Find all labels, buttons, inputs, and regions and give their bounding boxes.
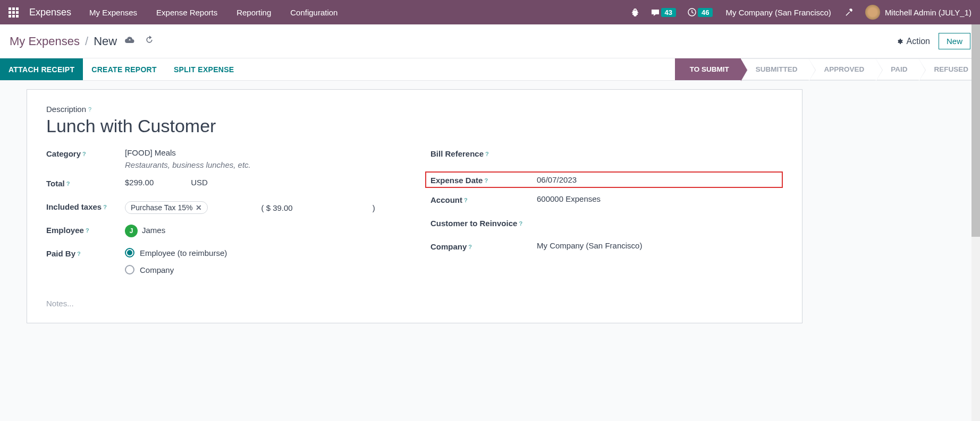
top-navbar: Expenses My Expenses Expense Reports Rep… [0, 0, 980, 24]
discard-icon[interactable] [142, 35, 156, 47]
help-icon[interactable]: ? [468, 244, 472, 250]
breadcrumb-parent[interactable]: My Expenses [10, 35, 80, 48]
create-report-button[interactable]: CREATE REPORT [83, 58, 165, 80]
control-panel: My Expenses / New Action New [0, 24, 980, 58]
messages-badge: 43 [661, 8, 676, 17]
status-approved[interactable]: APPROVED [809, 58, 876, 80]
expense-date-label: Expense Date? [430, 175, 537, 185]
app-name[interactable]: Expenses [25, 7, 79, 18]
new-button[interactable]: New [939, 33, 970, 49]
paid-by-company-radio[interactable]: Company [125, 265, 399, 274]
total-label: Total? [46, 178, 125, 188]
help-icon[interactable]: ? [464, 197, 468, 203]
button-toolbar: ATTACH RECEIPT CREATE REPORT SPLIT EXPEN… [0, 58, 980, 81]
expense-date-highlight: Expense Date? 06/07/2023 [425, 171, 783, 188]
paid-by-label: Paid By? [46, 248, 125, 258]
status-to-submit[interactable]: TO SUBMIT [675, 58, 741, 80]
company-selector[interactable]: My Company (San Francisco) [720, 8, 836, 17]
tax-amount: ( $ 39.00 [261, 203, 292, 212]
tax-tag[interactable]: Purchase Tax 15% ✕ [125, 201, 208, 214]
status-refused[interactable]: REFUSED [919, 58, 980, 80]
company-field[interactable]: My Company (San Francisco) [537, 241, 783, 250]
breadcrumb: My Expenses / New [10, 35, 156, 48]
employee-avatar: J [125, 225, 138, 237]
customer-reinvoice-label: Customer to Reinvoice? [430, 218, 537, 228]
remove-tag-icon[interactable]: ✕ [196, 203, 202, 212]
breadcrumb-current: New [94, 35, 117, 48]
company-label: Company? [430, 241, 537, 251]
bill-reference-label: Bill Reference? [430, 148, 537, 158]
total-amount-field[interactable]: $299.00 [125, 178, 154, 187]
status-submitted[interactable]: SUBMITTED [741, 58, 809, 80]
form-sheet: Description? Lunch with Customer Categor… [27, 89, 802, 323]
help-icon[interactable]: ? [103, 204, 107, 210]
gear-icon [895, 37, 903, 46]
activities-icon[interactable]: 46 [683, 5, 717, 20]
help-icon[interactable]: ? [82, 151, 86, 157]
menu-my-expenses[interactable]: My Expenses [81, 8, 146, 17]
help-icon[interactable]: ? [86, 227, 89, 234]
category-field[interactable]: [FOOD] Meals Restaurants, business lunch… [125, 148, 399, 169]
breadcrumb-separator: / [85, 35, 88, 48]
user-menu[interactable]: Mitchell Admin (JULY_1) [861, 2, 976, 23]
messages-icon[interactable]: 43 [647, 5, 680, 20]
notes-input[interactable]: Notes... [46, 299, 783, 308]
employee-label: Employee? [46, 225, 125, 235]
included-taxes-label: Included taxes? [46, 201, 125, 211]
help-icon[interactable]: ? [77, 251, 81, 257]
help-icon[interactable]: ? [484, 177, 488, 184]
user-name: Mitchell Admin (JULY_1) [882, 8, 971, 17]
attach-receipt-button[interactable]: ATTACH RECEIPT [0, 58, 83, 80]
account-label: Account? [430, 194, 537, 204]
paid-by-employee-radio[interactable]: Employee (to reimburse) [125, 248, 399, 257]
status-bar: TO SUBMIT SUBMITTED APPROVED PAID REFUSE… [675, 58, 980, 80]
debug-icon[interactable] [627, 5, 644, 20]
currency-field[interactable]: USD [191, 178, 208, 187]
split-expense-button[interactable]: SPLIT EXPENSE [165, 58, 243, 80]
avatar [865, 5, 880, 20]
tools-icon[interactable] [840, 4, 858, 20]
expense-date-field[interactable]: 06/07/2023 [537, 175, 778, 184]
scrollbar[interactable] [971, 24, 980, 332]
activities-badge: 46 [698, 8, 713, 17]
help-icon[interactable]: ? [88, 106, 91, 113]
help-icon[interactable]: ? [66, 181, 70, 187]
help-icon[interactable]: ? [485, 151, 489, 157]
apps-icon[interactable] [4, 3, 23, 22]
help-icon[interactable]: ? [519, 220, 522, 227]
menu-configuration[interactable]: Configuration [282, 8, 346, 17]
action-menu[interactable]: Action [895, 37, 930, 46]
radio-icon [125, 248, 134, 257]
category-hint: Restaurants, business lunches, etc. [125, 160, 399, 169]
menu-expense-reports[interactable]: Expense Reports [148, 8, 226, 17]
radio-icon [125, 265, 134, 274]
cloud-save-icon[interactable] [122, 36, 137, 47]
description-label: Description? [46, 105, 783, 114]
menu-reporting[interactable]: Reporting [228, 8, 280, 17]
category-label: Category? [46, 148, 125, 158]
account-field[interactable]: 600000 Expenses [537, 194, 783, 203]
description-input[interactable]: Lunch with Customer [46, 116, 783, 136]
employee-field[interactable]: JJames [125, 225, 399, 237]
